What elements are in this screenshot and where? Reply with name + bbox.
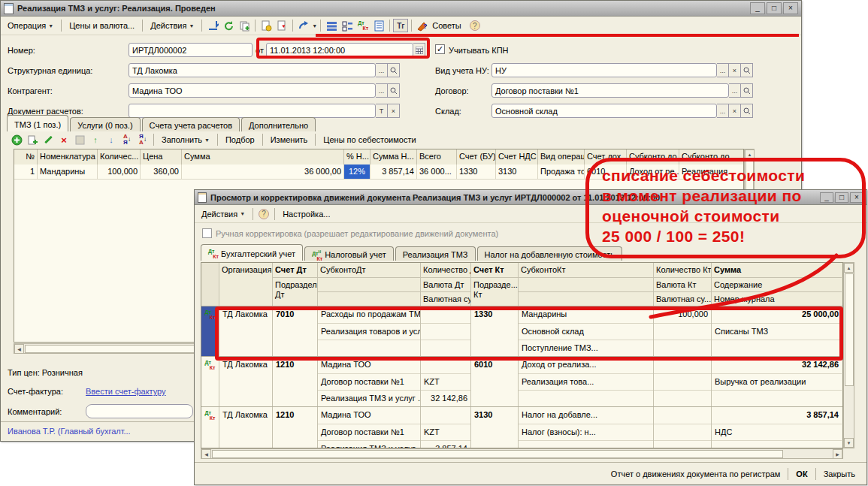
cell-account-kt[interactable]: 3130	[471, 407, 518, 424]
fill-button[interactable]: Заполнить▼	[157, 132, 214, 147]
tips-label[interactable]: Советы	[431, 18, 466, 33]
sort-ascending-icon[interactable]: АЯ↓	[119, 133, 135, 146]
col-amount[interactable]: Сумма	[182, 149, 344, 165]
tab-tmz[interactable]: ТМЗ (1 поз.)	[7, 115, 68, 131]
tab-tmz-sales[interactable]: Реализация ТМЗ	[395, 246, 476, 261]
cell-content[interactable]: НДС	[712, 424, 842, 440]
change-button[interactable]: Изменить	[266, 132, 313, 147]
cell-account-dt[interactable]: 1210	[273, 407, 317, 424]
col-subconto-kt[interactable]: СубконтоКт	[519, 263, 654, 306]
col-account-dt[interactable]: Счет ДтПодраздел... Дт	[273, 263, 318, 306]
close-dialog-button[interactable]: Закрыть	[818, 466, 860, 481]
col-nomenclature[interactable]: Номенклатура	[38, 149, 98, 165]
select-ellipsis-button[interactable]: ...	[717, 63, 729, 77]
cell-sum[interactable]: 3 857,14	[712, 407, 842, 424]
scroll-right-icon[interactable]: ▶	[833, 449, 842, 459]
actions-menu-button[interactable]: Действия▼	[146, 18, 198, 33]
copy-document-icon[interactable]	[237, 19, 252, 32]
search-icon[interactable]	[388, 63, 400, 77]
dialog-actions-button[interactable]: Действия▼	[197, 207, 250, 222]
col-subconto-dt[interactable]: СубконтоДт	[318, 263, 421, 306]
checklist-icon[interactable]	[340, 19, 355, 32]
chevron-down-icon[interactable]: ▼	[312, 23, 317, 29]
select-ellipsis-button[interactable]: ...	[376, 83, 388, 98]
col-account-kt[interactable]: Счет КтПодразде... Кт	[471, 263, 519, 306]
cell-operation-type[interactable]: Продажа то...	[538, 165, 585, 179]
col-num[interactable]: №	[14, 149, 38, 165]
maximize-button[interactable]: □	[767, 2, 782, 14]
cell-subconto-dt[interactable]: Мадина ТОО	[318, 407, 420, 424]
clear-button[interactable]: ×	[729, 104, 741, 118]
scroll-down-icon[interactable]: ▼	[844, 438, 854, 448]
search-icon[interactable]	[741, 104, 753, 118]
end-edit-icon[interactable]	[72, 133, 87, 146]
scroll-left-icon[interactable]: ◀	[201, 449, 211, 459]
cell-subconto-dt[interactable]: Реализация ТМЗ и услуг ...	[318, 390, 420, 406]
cell-subconto-kt[interactable]: Реализация това...	[519, 373, 653, 390]
col-account-vat[interactable]: Счет НДС	[496, 149, 538, 165]
type-button[interactable]: T	[376, 104, 388, 118]
cell-account-bu[interactable]: 1330	[457, 165, 496, 179]
kpn-checkbox[interactable]: ✓	[435, 44, 445, 54]
cell-account-vat[interactable]: 3130	[496, 165, 538, 179]
col-quantity-dt[interactable]: Количество ДтВалюта ДтВалютная су...	[421, 263, 471, 306]
cell-vat-rate[interactable]: 12%	[344, 165, 370, 179]
col-quantity-kt[interactable]: Количество КтВалюта КтВалютная су...	[654, 263, 712, 306]
movements-vscrollbar[interactable]: ▲ ▼	[843, 262, 854, 448]
col-account-bu[interactable]: Счет (БУ)	[457, 149, 496, 165]
search-icon[interactable]	[741, 63, 753, 77]
unpost-document-icon[interactable]	[274, 19, 289, 32]
close-button[interactable]: ×	[783, 2, 798, 14]
minimize-button[interactable]: _	[750, 2, 765, 14]
cell-subconto-kt[interactable]: Налог (взносы): н...	[519, 424, 653, 440]
add-row-icon[interactable]	[9, 133, 24, 146]
cell-nomenclature[interactable]: Мандарины	[38, 165, 98, 179]
col-vat-amount[interactable]: Сумма Н...	[370, 149, 417, 165]
movement-row-2[interactable]: ДтКт ТД Лакомка 1210 Мадина ТООДоговор п…	[201, 357, 842, 407]
help-icon[interactable]: ?	[467, 19, 482, 32]
scroll-up-icon[interactable]: ▲	[844, 263, 854, 273]
search-icon[interactable]	[741, 83, 753, 98]
col-price[interactable]: Цена	[141, 149, 182, 165]
move-down-icon[interactable]: ↓	[104, 133, 119, 146]
cell-currency-sum-dt[interactable]: 32 142,86	[421, 390, 470, 406]
unit-input[interactable]: ТД Лакомка	[129, 63, 376, 77]
help-icon[interactable]: ?	[256, 207, 271, 221]
comment-input[interactable]	[86, 404, 193, 418]
delete-row-icon[interactable]: ×	[56, 133, 71, 146]
cell-currency-dt[interactable]: KZT	[421, 373, 470, 390]
movement-row-3[interactable]: ДтКт ТД Лакомка 1210 Мадина ТООДоговор п…	[201, 407, 842, 448]
operation-menu-button[interactable]: Операция▼	[3, 18, 58, 33]
sort-descending-icon[interactable]: ЯА↓	[135, 133, 150, 146]
save-record-icon[interactable]	[205, 19, 220, 32]
cell-subconto-kt[interactable]	[519, 390, 653, 406]
document-journal-icon[interactable]	[371, 19, 386, 32]
cell-price[interactable]: 360,00	[141, 165, 182, 179]
cell-total[interactable]: 36 000...	[417, 165, 457, 179]
cell-amount[interactable]: 36 000,00	[182, 165, 344, 179]
pick-button[interactable]: Подбор	[221, 132, 259, 147]
cell-currency-dt[interactable]: KZT	[421, 424, 470, 440]
contract-input[interactable]: Договор поставки №1	[491, 83, 729, 98]
refresh-icon[interactable]	[221, 19, 236, 32]
tab-settlement-accounts[interactable]: Счета учета расчетов	[142, 117, 240, 131]
clear-button[interactable]: ×	[388, 104, 400, 118]
movements-hscrollbar[interactable]: ◀ ▶	[201, 448, 843, 459]
col-total[interactable]: Всего	[417, 149, 457, 165]
send-icon[interactable]	[296, 19, 311, 32]
structure-icon[interactable]	[324, 19, 339, 32]
select-ellipsis-button[interactable]: ...	[376, 63, 388, 77]
tab-accounting[interactable]: ДтКт Бухгалтерский учет	[201, 244, 303, 261]
cost-prices-button[interactable]: Цены по себестоимости	[319, 132, 420, 147]
cell-subconto-kt[interactable]: Налог на добавле...	[519, 407, 653, 424]
warehouse-input[interactable]: Основной склад	[491, 104, 717, 118]
contractor-input[interactable]: Мадина ТОО	[129, 83, 376, 98]
col-sum[interactable]: СуммаСодержаниеНомер журнала	[712, 263, 842, 306]
cell-subconto-dt[interactable]: Договор поставки №1	[318, 424, 420, 440]
search-icon[interactable]	[388, 83, 400, 98]
cell-num[interactable]: 1	[14, 165, 38, 179]
cell-quantity-kt[interactable]	[654, 407, 711, 424]
tab-tax-accounting[interactable]: ДтНКт Налоговый учет	[304, 246, 394, 261]
cell-subconto-dt[interactable]: Договор поставки №1	[318, 373, 420, 390]
col-quantity[interactable]: Количес...	[98, 149, 141, 165]
